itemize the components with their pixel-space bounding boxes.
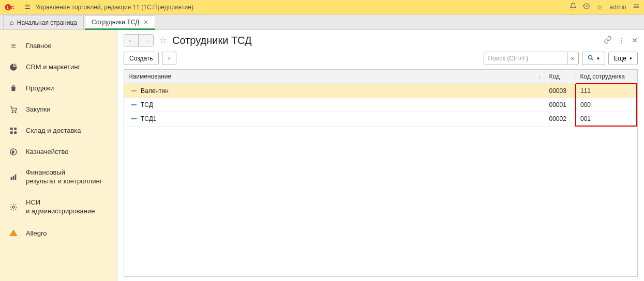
table-header-emp-code[interactable]: Код сотрудника (576, 70, 637, 84)
ruble-icon: ₽ (8, 148, 19, 156)
sidebar-item-label: Склад и доставка (26, 127, 81, 135)
sidebar-item-crm[interactable]: CRM и маркетинг (0, 57, 117, 78)
sidebar-item-label: Финансовый результат и контроллинг (26, 168, 102, 186)
sidebar-item-label: Главное (26, 42, 52, 51)
sort-asc-icon: ↓ (538, 73, 542, 80)
tabs-bar: ⌂ Начальная страница Сотрудники ТСД ✕ (0, 14, 644, 30)
table-row[interactable]: ТСД100002001 (124, 112, 637, 127)
sidebar-item-finance[interactable]: Финансовый результат и контроллинг (0, 162, 117, 192)
tab-home-label: Начальная страница (17, 19, 77, 26)
cell-code: 00003 (545, 84, 576, 98)
sidebar-item-main[interactable]: ≡ Главное (0, 35, 117, 57)
page-header-right: ⋮ ✕ (604, 36, 638, 45)
row-marker-icon (131, 104, 137, 105)
table-container: Наименование ↓ Код Код сотрудника Валент… (124, 69, 638, 277)
tab-employees-label: Сотрудники ТСД (92, 19, 139, 26)
svg-rect-9 (10, 128, 13, 130)
table-row[interactable]: ТСД00001000 (124, 98, 637, 112)
create-button-label: Создать (129, 55, 153, 62)
sidebar-item-warehouse[interactable]: Склад и доставка (0, 120, 117, 142)
allegro-icon (8, 228, 19, 239)
tab-home[interactable]: ⌂ Начальная страница (3, 15, 84, 29)
search-box: × (484, 52, 579, 65)
page-title: Сотрудники ТСД (172, 35, 598, 46)
svg-rect-11 (10, 131, 13, 134)
sidebar-item-nsi[interactable]: НСИ и администрирование (0, 192, 117, 222)
grid-icon (8, 127, 19, 135)
nav-forward-button[interactable]: → (139, 35, 153, 46)
cell-emp-code: 001 (576, 112, 637, 127)
user-name[interactable]: admin (609, 4, 626, 11)
app-title: Управление торговлей, редакция 11 (1С:Пр… (36, 4, 565, 11)
kebab-icon[interactable]: ⋮ (618, 36, 625, 44)
close-panel-icon[interactable]: ✕ (632, 36, 638, 44)
list-icon: ≡ (8, 41, 19, 51)
sidebar-item-label: Закупки (26, 105, 50, 114)
favorite-star-icon[interactable]: ☆ (159, 35, 167, 46)
sidebar-item-purchases[interactable]: Закупки (0, 99, 117, 120)
sidebar-item-label: Казначейство (26, 148, 68, 157)
sidebar-item-allegro[interactable]: Allegro (0, 222, 117, 245)
pie-icon (8, 63, 19, 71)
gear-icon (8, 203, 19, 211)
refresh-button[interactable] (162, 52, 176, 65)
svg-rect-12 (14, 131, 17, 134)
cell-name: ТСД (124, 98, 545, 112)
link-icon[interactable] (604, 36, 612, 45)
create-button[interactable]: Создать (124, 52, 159, 65)
cell-code: 00002 (545, 112, 576, 127)
nav-buttons: ← → (124, 34, 154, 46)
nav-back-button[interactable]: ← (124, 35, 139, 46)
table-row[interactable]: Валентин00003111 (124, 84, 637, 98)
settings-bars-icon[interactable] (633, 3, 640, 11)
sidebar: ≡ Главное CRM и маркетинг Продажи Закупк… (0, 30, 117, 281)
sidebar-item-treasury[interactable]: ₽ Казначейство (0, 142, 117, 163)
page-header: ← → ☆ Сотрудники ТСД ⋮ ✕ (124, 34, 638, 46)
sidebar-item-label: Allegro (26, 229, 47, 238)
history-icon[interactable] (583, 3, 590, 11)
content-area: ← → ☆ Сотрудники ТСД ⋮ ✕ Создать (117, 30, 644, 281)
home-icon: ⌂ (10, 19, 14, 26)
row-marker-icon (131, 118, 137, 119)
search-clear-icon[interactable]: × (567, 52, 578, 65)
title-bar-right: ☆ admin (570, 3, 640, 11)
svg-text:1: 1 (7, 5, 9, 10)
caret-down-icon: ▾ (630, 56, 632, 61)
table-header-name[interactable]: Наименование ↓ (124, 70, 545, 84)
svg-point-18 (12, 206, 14, 208)
cell-emp-code: 000 (576, 98, 637, 112)
search-input[interactable] (484, 52, 567, 65)
svg-point-22 (588, 55, 592, 59)
svg-line-23 (591, 58, 593, 60)
svg-point-7 (12, 112, 13, 113)
svg-point-8 (15, 112, 16, 113)
svg-rect-10 (14, 128, 17, 130)
sidebar-item-sales[interactable]: Продажи (0, 78, 117, 99)
bell-icon[interactable] (570, 3, 577, 11)
search-button[interactable]: ▾ (582, 52, 605, 65)
tab-employees[interactable]: Сотрудники ТСД ✕ (85, 15, 155, 30)
cell-emp-code: 111 (576, 84, 637, 98)
cell-code: 00001 (545, 98, 576, 112)
star-icon[interactable]: ☆ (596, 3, 603, 11)
svg-rect-15 (11, 177, 12, 180)
row-marker-icon (131, 90, 137, 91)
close-icon[interactable]: ✕ (143, 19, 148, 26)
svg-rect-17 (15, 175, 17, 180)
svg-text:₽: ₽ (12, 150, 14, 154)
toolbar: Создать × ▾ Еще ▾ (124, 52, 638, 65)
bag-icon (8, 84, 19, 92)
chart-icon (8, 173, 19, 181)
more-button-label: Еще (614, 55, 626, 62)
more-button[interactable]: Еще ▾ (608, 52, 638, 65)
main-area: ≡ Главное CRM и маркетинг Продажи Закупк… (0, 30, 644, 281)
cell-name: ТСД1 (124, 112, 545, 127)
logo-1c: 1С (4, 3, 20, 11)
sidebar-item-label: НСИ и администрирование (26, 198, 95, 216)
menu-icon[interactable]: ≡ (25, 2, 31, 12)
table-header-code[interactable]: Код (545, 70, 576, 84)
magnifier-icon (588, 55, 594, 63)
employees-table: Наименование ↓ Код Код сотрудника Валент… (124, 70, 637, 127)
sidebar-item-label: Продажи (26, 84, 54, 93)
cell-name: Валентин (124, 84, 545, 98)
